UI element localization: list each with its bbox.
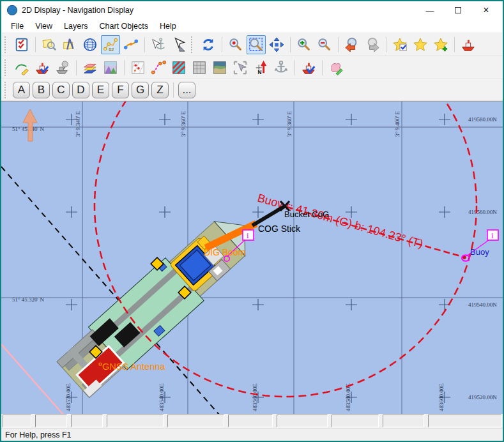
toolbar-grip[interactable] (4, 59, 10, 76)
toolbar-button-note-search[interactable] (40, 35, 59, 54)
toolbar-layers: ABCDEFGZ... (1, 79, 503, 101)
toolbar-button-cursor-brackets[interactable] (231, 58, 250, 77)
toolbar-button-zoom-out[interactable] (315, 35, 334, 54)
northing-label: 419580.00N (468, 116, 497, 123)
layer-button-d[interactable]: D (72, 82, 89, 98)
layer-button-z[interactable]: Z (151, 82, 169, 98)
layer-button-f[interactable]: F (112, 82, 129, 98)
svg-text:N: N (257, 69, 261, 75)
dig-boom-label: DIG Boom (204, 247, 245, 257)
toolbar-separator (386, 37, 386, 52)
easting-label: 483520.00E (65, 383, 72, 411)
toolbar-separator (144, 37, 145, 52)
toolbar-button-zoom-window[interactable] (247, 35, 266, 54)
toolbar-separator (294, 60, 295, 75)
toolbar-button-anchor-cursor[interactable] (149, 35, 168, 54)
grid-cross (252, 114, 264, 125)
menu-item-help[interactable]: Help (154, 20, 182, 32)
toolbar-button-boat-check[interactable] (33, 58, 52, 77)
toolbar-button-curve-points[interactable] (121, 35, 141, 54)
menu-bar: FileViewLayersChart ObjectsHelp (1, 19, 503, 33)
window-title: 2D Display - Navigation Display (22, 6, 134, 15)
toolbar-button-chart-dots[interactable] (128, 58, 148, 77)
toolbar-button-zoom-target[interactable] (226, 35, 245, 54)
toolbar-button-route-magenta[interactable] (149, 58, 168, 77)
toolbar-button-view-back[interactable] (342, 35, 362, 54)
task-check-icon (14, 37, 29, 52)
fav-check-icon (392, 37, 408, 52)
close-button[interactable]: × (472, 2, 500, 19)
lon-label: 3° 9.340' E (75, 111, 81, 137)
grid-cross (346, 299, 357, 310)
status-panel (107, 415, 164, 427)
toolbar-button-pan[interactable] (267, 35, 286, 54)
maximize-button[interactable] (444, 2, 472, 19)
toolbar-button-zoom-in[interactable] (294, 35, 314, 54)
toolbar-button-view-forward[interactable] (363, 35, 382, 54)
toolbar-button-draw-route[interactable] (12, 58, 31, 77)
toolbar-button-terrain[interactable] (101, 58, 120, 77)
toolbar-grip[interactable] (4, 82, 10, 98)
toolbar-button-select-arrow[interactable] (169, 35, 188, 54)
toolbar-button-polyline-62[interactable]: 62 (101, 35, 120, 54)
status-panel (3, 415, 31, 427)
toolbar-button-anchor[interactable] (271, 58, 291, 77)
layer-button-c[interactable]: C (52, 82, 70, 98)
menu-item-view[interactable]: View (29, 20, 58, 32)
status-panel (167, 415, 224, 427)
info-badge-label: i (491, 231, 494, 240)
north-arrow-icon (23, 109, 37, 141)
chart-area[interactable]: 51° 45.340' N51° 45.320' N3° 9.340' E3° … (1, 101, 503, 414)
toolbar-button-tile-grid[interactable] (190, 58, 209, 77)
lon-label: 3° 9.360' E (180, 111, 187, 137)
toolbar-secondary: N (1, 56, 503, 79)
toolbar-button-task-check[interactable] (12, 35, 31, 54)
toolbar-button-fav-check[interactable] (390, 35, 409, 54)
minimize-button[interactable]: — (416, 2, 444, 19)
route-magenta-icon (151, 60, 166, 75)
menu-item-file[interactable]: File (5, 20, 29, 32)
toolbar-button-boat-check[interactable] (299, 58, 318, 77)
layer-button-more[interactable]: ... (178, 82, 195, 98)
chart-canvas[interactable]: 51° 45.340' N51° 45.320' N3° 9.340' E3° … (1, 102, 503, 414)
toolbar-button-erase[interactable] (326, 58, 346, 77)
chart-dots-icon (130, 60, 146, 75)
pan-icon (269, 37, 284, 52)
globe-icon (82, 37, 98, 52)
toolbar-grip[interactable] (4, 36, 10, 53)
grid-cross (159, 114, 171, 125)
draw-route-icon (14, 60, 29, 75)
toolbar-button-north-arrow[interactable]: N (251, 58, 270, 77)
menu-item-layers[interactable]: Layers (58, 20, 94, 32)
grid-cross (439, 206, 450, 218)
layer-button-e[interactable]: E (92, 82, 109, 98)
toolbar-separator (76, 60, 77, 75)
lat-label: 51° 45.320' N (12, 296, 44, 303)
bucket-cog-label: Bucket CoG (284, 210, 329, 219)
toolbar-button-tile-stripes[interactable] (169, 58, 188, 77)
toolbar-button-note-compass[interactable] (60, 35, 79, 54)
toolbar-button-boat-red[interactable] (459, 35, 478, 54)
menu-item-chart-objects[interactable]: Chart Objects (94, 20, 154, 32)
toolbar-button-fav-add[interactable] (431, 35, 450, 54)
grid-cross (159, 206, 171, 218)
toolbar-button-boat-radar[interactable] (53, 58, 72, 77)
zoom-target-icon (228, 37, 243, 52)
layer-button-a[interactable]: A (13, 82, 30, 98)
grid-cross (66, 299, 77, 310)
northing-label: 419520.00N (468, 394, 497, 400)
toolbar-button-tile-sat[interactable] (210, 58, 229, 77)
layer-button-b[interactable]: B (33, 82, 50, 98)
toolbar-button-globe[interactable] (80, 35, 100, 54)
layer-button-g[interactable]: G (132, 82, 149, 98)
toolbar-button-refresh[interactable] (199, 35, 218, 54)
toolbar-separator (338, 37, 339, 52)
view-forward-icon (365, 37, 380, 52)
toolbar-button-layers[interactable] (80, 58, 100, 77)
toolbar-grip[interactable] (191, 36, 196, 53)
toolbar-button-fav-star[interactable] (411, 35, 430, 54)
tile-grid-icon (192, 60, 207, 75)
status-panel (428, 415, 501, 427)
easting-label: 483540.00E (158, 383, 165, 411)
svg-text:62: 62 (109, 47, 114, 52)
